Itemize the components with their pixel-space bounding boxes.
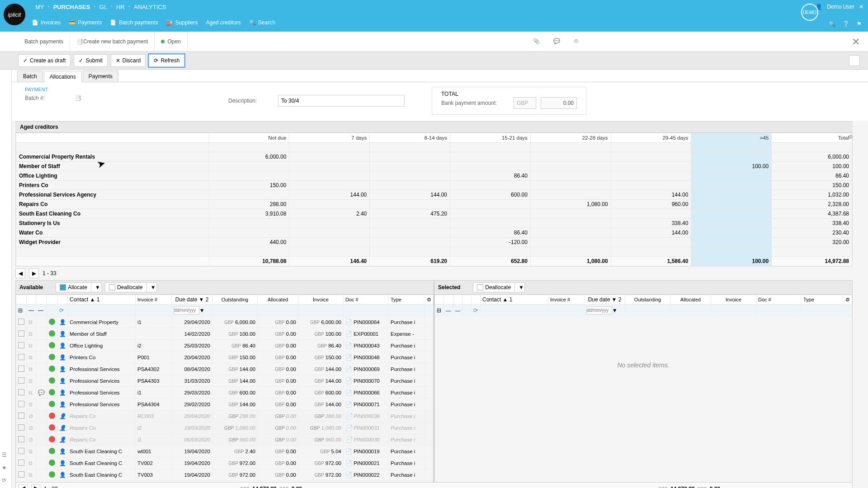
table-row[interactable]: ⧉👤Professional ServicesPSA430429/02/2020…	[16, 399, 434, 410]
tab-payments[interactable]: Payments	[83, 70, 118, 82]
rail-list-icon[interactable]: ☰	[2, 452, 7, 458]
aged-supplier[interactable]: Printers Co	[16, 181, 209, 190]
row-copy-icon[interactable]: ⧉	[28, 366, 33, 372]
tree-icon[interactable]: —	[28, 307, 34, 314]
doc-icon[interactable]: 📄	[345, 413, 352, 419]
sel-deallocate-button[interactable]: Deallocate	[473, 282, 515, 292]
comment-icon[interactable]: 💬	[553, 38, 560, 44]
selected-grid[interactable]: Contact ▲ 1 Invoice # Due date ▼ 2 Outst…	[434, 295, 852, 482]
row-check[interactable]	[18, 413, 24, 419]
row-check[interactable]	[18, 460, 24, 466]
doc-icon[interactable]: 📄	[345, 401, 352, 408]
layout-toggle[interactable]	[849, 55, 860, 66]
nav-analytics[interactable]: ANALYTICS	[130, 4, 170, 10]
ft-prev[interactable]: ◀	[19, 484, 28, 488]
sel-deallocate-dd[interactable]: ▼	[515, 282, 525, 292]
table-row[interactable]: ⧉👤South East Cleaning CTV00319/04/2020GB…	[16, 469, 434, 481]
help-icon[interactable]: ❔	[843, 21, 849, 27]
table-row[interactable]: ⧉👤South East Cleaning CTV00219/04/2020GB…	[16, 457, 434, 469]
row-check[interactable]	[18, 448, 24, 454]
table-row[interactable]: ⧉👤Repairs CoRC00320/04/2020GBP 288.00GBP…	[16, 410, 434, 422]
desc-input[interactable]	[278, 95, 405, 107]
row-check[interactable]	[18, 401, 24, 407]
row-check[interactable]	[18, 436, 24, 442]
aged-supplier[interactable]: Commercial Property Rentals	[16, 152, 209, 162]
row-check[interactable]	[18, 424, 24, 431]
due-filter[interactable]	[174, 306, 199, 314]
batch-icon[interactable]: 📑	[75, 95, 81, 101]
doc-icon[interactable]: 📄	[345, 448, 352, 455]
allocate-dd[interactable]: ▼	[91, 282, 101, 292]
sel-due-filter[interactable]	[586, 306, 612, 314]
aged-col[interactable]: 15-21 days	[450, 133, 531, 143]
aged-supplier[interactable]: Stationery Is Us	[16, 219, 209, 228]
doc-icon[interactable]: 📄	[345, 378, 352, 384]
row-copy-icon[interactable]: ⧉	[28, 413, 33, 419]
doc-icon[interactable]: 📄	[345, 460, 352, 466]
sel-gear-icon[interactable]: ⚙	[843, 295, 852, 305]
doc-icon[interactable]: 📄	[345, 354, 352, 361]
row-copy-icon[interactable]: ⧉	[28, 378, 33, 384]
row-copy-icon[interactable]: ⧉	[28, 319, 33, 325]
tb-batch[interactable]: 📑 Batch payments	[110, 19, 158, 26]
doc-icon[interactable]: 📄	[345, 472, 352, 478]
deallocate-button[interactable]: Deallocate	[105, 282, 147, 292]
tab-allocations[interactable]: Allocations	[44, 71, 82, 82]
doc-icon[interactable]: 📄	[345, 366, 352, 372]
crumb-open[interactable]: Open	[155, 32, 187, 52]
nav-purchases[interactable]: PURCHASES	[50, 4, 94, 10]
table-row[interactable]: ⧉👤Professional ServicesPSA430208/04/2020…	[16, 363, 434, 375]
table-row[interactable]: ⧉👤Member of Staff14/02/2020GBP 100.00GBP…	[16, 328, 434, 340]
aged-supplier[interactable]: Water Co	[16, 228, 209, 238]
aged-col[interactable]: 7 days	[289, 133, 370, 143]
user-name[interactable]: Demo User	[827, 4, 854, 10]
doc-icon[interactable]: 📄	[345, 425, 352, 431]
row-copy-icon[interactable]: ⧉	[28, 389, 33, 396]
aged-col[interactable]: 8-14 days	[370, 133, 450, 143]
nav-my[interactable]: MY	[32, 4, 48, 10]
aged-supplier[interactable]: South East Cleaning Co	[16, 209, 209, 219]
table-row[interactable]: ⧉👤Repairs Coi106/03/2020GBP 960.00GBP 0.…	[16, 434, 434, 446]
row-check[interactable]	[18, 389, 24, 395]
doc-icon[interactable]: 📄	[345, 331, 352, 337]
create-draft-button[interactable]: ✓ Create as draft	[18, 54, 71, 67]
aged-gear-icon[interactable]: ⚙	[848, 134, 853, 140]
page-next[interactable]: ▶	[29, 268, 39, 278]
close-icon[interactable]: ✕	[852, 36, 860, 48]
row-copy-icon[interactable]: ⧉	[28, 401, 33, 408]
nav-gl[interactable]: GL	[96, 4, 111, 10]
row-check[interactable]	[18, 319, 24, 325]
doc-icon[interactable]: 📄	[345, 343, 352, 349]
row-check[interactable]	[18, 377, 24, 384]
aged-col[interactable]: 22-28 days	[530, 133, 611, 143]
aged-col[interactable]: >45	[691, 133, 772, 143]
table-row[interactable]: ⧉👤Repairs Coi219/03/2020GBP 1,080.00GBP …	[16, 422, 434, 434]
table-row[interactable]: ⧉👤South East Cleaning Cwt00119/04/2020GB…	[16, 446, 434, 457]
tb-suppliers[interactable]: 🏭 Suppliers	[166, 19, 198, 26]
table-row[interactable]: ⧉💬👤Professional Servicesi129/03/2020GBP …	[16, 387, 434, 399]
submit-button[interactable]: ✓ Submit	[74, 54, 107, 67]
deallocate-dd[interactable]: ▼	[147, 282, 157, 292]
app-logo[interactable]: iplicit	[4, 4, 25, 25]
search-icon[interactable]: 🔍	[829, 21, 835, 27]
aged-supplier[interactable]: Office Lighting	[16, 171, 209, 181]
row-check[interactable]	[18, 471, 24, 478]
ft-next[interactable]: ▶	[31, 484, 40, 488]
aged-supplier[interactable]: Professional Services Agency	[16, 190, 209, 200]
tb-aged[interactable]: Aged creditors	[206, 19, 241, 26]
tab-batch[interactable]: Batch	[17, 70, 43, 82]
tb-search[interactable]: 🔍 Search	[249, 19, 275, 26]
row-copy-icon[interactable]: ⧉	[28, 436, 33, 443]
row-copy-icon[interactable]: ⧉	[28, 472, 33, 478]
row-copy-icon[interactable]: ⧉	[28, 448, 33, 455]
aged-supplier[interactable]: Widget Provider	[16, 238, 209, 247]
page-prev[interactable]: ◀	[15, 268, 25, 278]
tb-payments[interactable]: 💳 Payments	[69, 19, 102, 26]
aged-col[interactable]: 29-45 days	[611, 133, 691, 143]
grid-gear-icon[interactable]: ⚙	[425, 295, 434, 305]
aged-col[interactable]: Total	[772, 133, 852, 143]
row-copy-icon[interactable]: ⧉	[28, 425, 33, 431]
row-check[interactable]	[18, 366, 24, 372]
note-icon[interactable]: 💬	[38, 389, 45, 396]
rail-clock-icon[interactable]: ⟳	[2, 477, 7, 483]
